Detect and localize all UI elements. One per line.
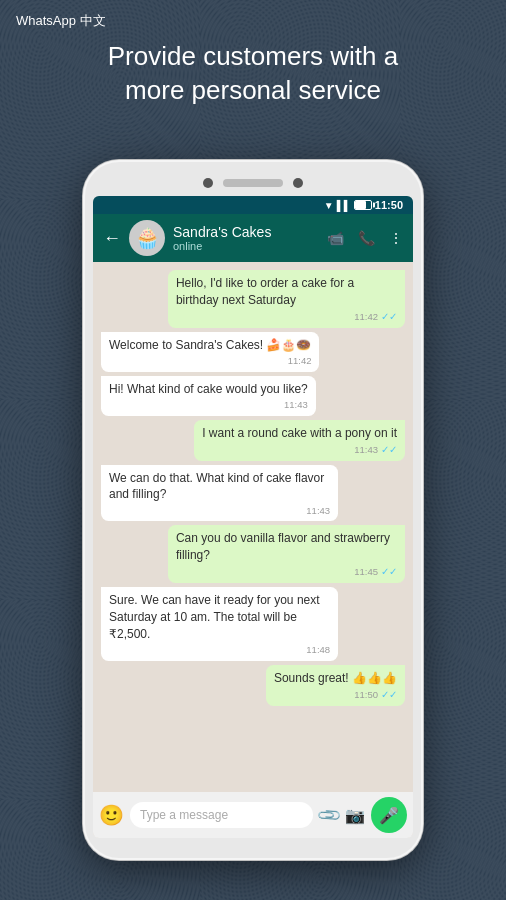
msg-text: Can you do vanilla flavor and strawberry… (176, 531, 390, 562)
front-camera (203, 178, 213, 188)
message-input[interactable]: Type a message (130, 802, 313, 828)
signal-icon: ▌▌ (337, 200, 351, 211)
chat-header: ← 🧁 Sandra's Cakes online 📹 📞 ⋮ (93, 214, 413, 262)
phone-wrapper: ▼ ▌▌ 11:50 ← 🧁 Sandra's Cakes online (83, 160, 423, 860)
msg-time: 11:43 (284, 398, 308, 411)
header-actions: 📹 📞 ⋮ (327, 230, 403, 246)
contact-info: Sandra's Cakes online (173, 224, 319, 252)
phone-shell: ▼ ▌▌ 11:50 ← 🧁 Sandra's Cakes online (83, 160, 423, 860)
msg-text: Hello, I'd like to order a cake for a bi… (176, 276, 354, 307)
sensor (293, 178, 303, 188)
message-in-4: Sure. We can have it ready for you next … (101, 587, 338, 661)
message-in-3: We can do that. What kind of cake flavor… (101, 465, 338, 522)
wifi-icon: ▼ (324, 200, 334, 211)
message-out-3: Can you do vanilla flavor and strawberry… (168, 525, 405, 583)
video-call-icon[interactable]: 📹 (327, 230, 344, 246)
mic-button[interactable]: 🎤 (371, 797, 407, 833)
hero-text: Provide customers with a more personal s… (0, 40, 506, 108)
msg-text: I want a round cake with a pony on it (202, 426, 397, 440)
msg-time: 11:45 (354, 565, 378, 578)
message-out-2: I want a round cake with a pony on it 11… (194, 420, 405, 461)
msg-time: 11:42 (288, 354, 312, 367)
chat-area: Hello, I'd like to order a cake for a bi… (93, 262, 413, 792)
speaker (223, 179, 283, 187)
phone-top-hardware (93, 178, 413, 188)
back-button[interactable]: ← (103, 228, 121, 249)
mic-icon: 🎤 (379, 806, 399, 825)
more-options-icon[interactable]: ⋮ (389, 230, 403, 246)
msg-text: Sounds great! 👍👍👍 (274, 671, 397, 685)
emoji-button[interactable]: 🙂 (99, 803, 124, 827)
app-title: WhatsApp 中文 (16, 12, 106, 30)
msg-ticks: ✓✓ (381, 688, 397, 702)
msg-time: 11:48 (306, 643, 330, 656)
msg-ticks: ✓✓ (381, 443, 397, 457)
msg-time: 11:42 (354, 310, 378, 323)
message-out-4: Sounds great! 👍👍👍 11:50 ✓✓ (266, 665, 405, 706)
message-out-1: Hello, I'd like to order a cake for a bi… (168, 270, 405, 328)
contact-avatar: 🧁 (129, 220, 165, 256)
contact-name: Sandra's Cakes (173, 224, 319, 240)
status-time: 11:50 (375, 199, 403, 211)
input-placeholder: Type a message (140, 808, 228, 822)
status-icons: ▼ ▌▌ 11:50 (324, 199, 403, 211)
msg-time: 11:50 (354, 688, 378, 701)
msg-ticks: ✓✓ (381, 310, 397, 324)
status-bar: ▼ ▌▌ 11:50 (93, 196, 413, 214)
msg-ticks: ✓✓ (381, 565, 397, 579)
camera-icon[interactable]: 📷 (345, 806, 365, 825)
msg-time: 11:43 (306, 504, 330, 517)
attach-icon[interactable]: 📎 (315, 801, 343, 829)
msg-text: Sure. We can have it ready for you next … (109, 593, 320, 641)
message-in-1: Welcome to Sandra's Cakes! 🍰🎂🍩 11:42 (101, 332, 319, 372)
message-in-2: Hi! What kind of cake would you like? 11… (101, 376, 316, 416)
contact-status: online (173, 240, 319, 252)
phone-call-icon[interactable]: 📞 (358, 230, 375, 246)
msg-text: Welcome to Sandra's Cakes! 🍰🎂🍩 (109, 338, 311, 352)
phone-screen: ▼ ▌▌ 11:50 ← 🧁 Sandra's Cakes online (93, 196, 413, 838)
msg-text: We can do that. What kind of cake flavor… (109, 471, 324, 502)
msg-time: 11:43 (354, 443, 378, 456)
msg-text: Hi! What kind of cake would you like? (109, 382, 308, 396)
input-bar: 🙂 Type a message 📎 📷 🎤 (93, 792, 413, 838)
battery-icon (354, 200, 372, 210)
